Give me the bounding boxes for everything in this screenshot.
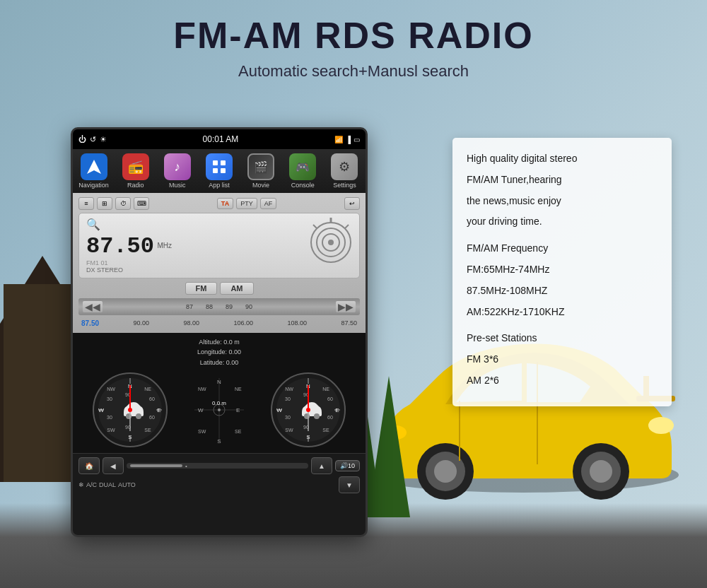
search-icon: 🔍 [86,218,172,231]
radio-clock-btn[interactable]: ⏱ [115,197,131,210]
svg-text:SE: SE [323,428,330,433]
radio-menu-btn[interactable]: ≡ [78,197,94,210]
down-arrow-btn[interactable]: ▼ [339,476,360,493]
brightness-icon: ☀ [100,135,107,144]
frequency-slider[interactable]: ◀◀ 87 88 89 90 ▶▶ [78,298,360,315]
nav-item-music[interactable]: ♪ Music [159,153,196,189]
am-button[interactable]: AM [220,282,253,295]
svg-text:W: W [98,407,104,413]
freq-left-arrow[interactable]: ◀◀ [83,301,103,312]
preset-3[interactable]: 98.00 [183,319,199,327]
freq-title: FM/AM Frequency [467,240,658,257]
svg-text:60: 60 [149,415,155,420]
tick-90: 90 [245,303,252,310]
svg-text:N: N [217,379,221,385]
svg-point-60 [218,408,221,411]
nav-item-radio[interactable]: 📻 Radio [117,153,154,189]
fm-button[interactable]: FM [185,282,218,295]
progress-bar: • [127,463,308,469]
nav-label-movie: Movie [252,182,269,189]
nav-item-navigation[interactable]: Navigation [76,153,112,189]
svg-point-22 [328,240,334,245]
svg-point-6 [590,460,612,483]
svg-text:SW: SW [198,429,206,434]
back-button[interactable]: ◀ [103,457,124,474]
freq-right-arrow[interactable]: ▶▶ [336,301,356,312]
page-title: FM-AM RDS RADIO [0,14,707,57]
svg-point-86 [306,408,310,412]
svg-text:E: E [336,407,339,413]
preset-2[interactable]: 90.00 [133,319,149,327]
volume-button[interactable]: 🔊10 [335,460,360,471]
radio-back-btn[interactable]: ↩ [344,197,360,210]
svg-text:60: 60 [149,396,155,401]
altitude-text: Altitude: 0.0 m [80,337,358,347]
svg-point-7 [648,417,674,434]
radio-toolbar: ≡ ⊞ ⏱ ⌨ TA PTY AF ↩ [78,197,360,210]
radio-pty-btn[interactable]: PTY [236,198,257,209]
preset-5[interactable]: 108.00 [287,319,307,327]
tick-87: 87 [186,303,193,310]
gps-section: Altitude: 0.0 m Longitude: 0.00 Latitude… [73,333,366,453]
music-icon: ♪ [164,153,191,180]
svg-text:30: 30 [107,396,112,401]
radio-af-btn[interactable]: AF [260,198,277,209]
nav-item-movie[interactable]: 🎬 Movie [243,153,279,189]
dual-label: DUAL [99,481,116,488]
info-line2: FM/AM Tuner,hearing [467,172,658,189]
navigation-icon [81,153,107,180]
speed-gauge: N S W E NE NW SE SW 30 30 [269,371,347,449]
svg-text:W: W [198,407,204,413]
svg-text:0.0 m: 0.0 m [212,400,226,406]
preset-6[interactable]: 87.50 [341,319,357,327]
nav-item-applist[interactable]: App list [201,153,238,189]
battery-icon: ▭ [354,136,360,143]
nav-item-settings[interactable]: ⚙ Settings [326,153,363,189]
freq-ticks: 87 88 89 90 [186,303,252,310]
preset-1[interactable]: 87.50 [81,319,99,327]
svg-text:SE: SE [144,428,151,433]
nav-label-settings: Settings [333,182,356,189]
signal-icon: ▐ [346,136,351,143]
up-arrow-btn[interactable]: ▲ [311,457,332,474]
nav-label-console: Console [291,182,315,189]
svg-text:NE: NE [144,387,151,392]
svg-text:30: 30 [107,415,112,420]
header-section: FM-AM RDS RADIO Automatic search+Manusl … [0,0,707,88]
frequency-display: 🔍 87.50 MHz FM1 01 DX STEREO [78,213,360,278]
center-compass: N S W E NE NW SE SW 0.0 m [191,371,247,449]
status-bar: ⏻ ↺ ☀ 00:01 AM 📶 ▐ ▭ [73,129,366,149]
svg-marker-11 [87,160,101,174]
home-button[interactable]: 🏠 [78,457,100,474]
status-right-icons: 📶 ▐ ▭ [334,136,360,143]
radio-preset-btn[interactable]: ⊞ [97,197,112,210]
radio-keyboard-btn[interactable]: ⌨ [134,197,149,210]
svg-text:SW: SW [107,428,115,433]
svg-text:W: W [277,407,283,413]
svg-text:SW: SW [286,428,294,433]
svg-point-38 [136,413,141,419]
longitude-text: Longitude: 0.00 [80,347,358,357]
svg-text:60: 60 [327,396,333,401]
radio-screen: ≡ ⊞ ⏱ ⌨ TA PTY AF ↩ 🔍 87.50 MHz FM1 01 [73,193,366,333]
nav-label-music: Music [169,182,186,189]
freq-left: 🔍 87.50 MHz FM1 01 DX STEREO [86,218,172,274]
frequency-unit: MHz [157,242,172,249]
preset-fm: FM 3*6 [467,351,658,368]
nav-item-console[interactable]: 🎮 Console [284,153,321,189]
refresh-icon: ↺ [90,135,96,144]
applist-icon [206,153,233,180]
nav-bar: Navigation 📻 Radio ♪ Music App [73,149,366,193]
svg-point-37 [126,413,132,419]
tick-89: 89 [226,303,233,310]
ac-icon: ❄ [78,481,84,488]
preset-4[interactable]: 106.00 [233,319,253,327]
svg-text:SE: SE [235,429,242,434]
barn-body [4,284,81,482]
tick-88: 88 [206,303,213,310]
freq-range3: AM:522KHz-1710KHZ [467,304,658,321]
settings-icon: ⚙ [331,153,358,180]
fmam-bar: FM AM [78,282,360,295]
radio-ta-btn[interactable]: TA [217,198,233,209]
info-line1: High quality digital stereo [467,151,658,167]
